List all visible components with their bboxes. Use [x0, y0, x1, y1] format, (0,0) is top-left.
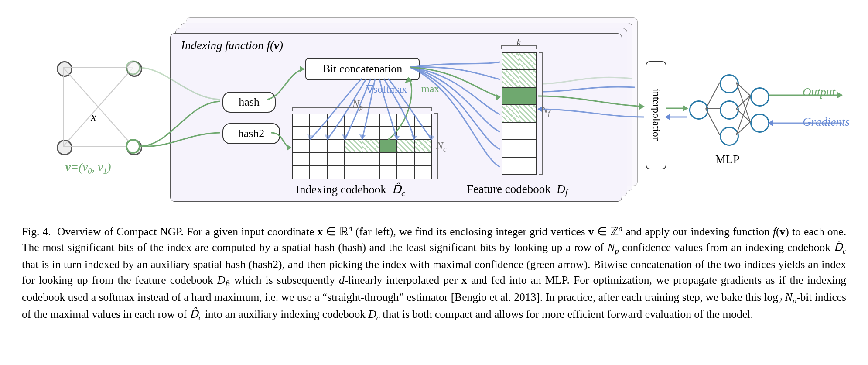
x-label: x	[91, 109, 96, 124]
indexing-codebook-label: Indexing codebook D̂c	[296, 182, 405, 198]
mlp-node-o1	[750, 87, 769, 107]
svg-marker-26	[837, 92, 843, 98]
Np-label: Np	[352, 98, 363, 112]
indexing-codebook-cell	[292, 114, 310, 127]
feature-codebook-cell	[519, 70, 537, 87]
indexing-codebook-cell	[414, 166, 432, 179]
svg-marker-13	[639, 103, 645, 110]
mlp-node-in	[689, 100, 708, 120]
feature-codebook-cell	[502, 157, 519, 175]
indexing-codebook-cell	[327, 127, 345, 140]
feature-codebook-cell	[519, 52, 537, 70]
indexing-codebook-cell	[310, 166, 327, 179]
figure-caption: Fig. 4. Overview of Compact NGP. For a g…	[22, 223, 846, 324]
feature-codebook-cell	[502, 52, 519, 70]
indexing-codebook-cell	[397, 114, 414, 127]
svg-line-17	[706, 83, 720, 109]
caption-text: Overview of Compact NGP. For a given inp…	[22, 225, 846, 321]
feature-codebook-cell	[519, 122, 537, 140]
max-label: max	[421, 83, 439, 95]
indexing-codebook-cell	[414, 153, 432, 166]
indexing-codebook-cell	[292, 140, 310, 153]
panel-title: Indexing function f(v)	[181, 39, 283, 52]
indexing-codebook-cell	[292, 127, 310, 140]
indexing-codebook-cell	[292, 166, 310, 179]
indexing-codebook-cell	[310, 127, 327, 140]
mlp-label: MLP	[715, 153, 740, 166]
indexing-codebook-cell	[327, 114, 345, 127]
indexing-codebook-cell	[397, 140, 414, 153]
indexing-codebook-cell	[362, 140, 379, 153]
indexing-codebook-cell	[379, 153, 397, 166]
feature-codebook-cell	[502, 70, 519, 87]
softmax-label: ∇softmax	[366, 83, 407, 95]
gradients-label: Gradients	[803, 115, 850, 129]
interpolation-box: interpolation	[646, 61, 666, 169]
k-label: k	[516, 37, 521, 48]
feature-codebook-cell	[502, 140, 519, 157]
indexing-codebook-cell	[327, 140, 345, 153]
feature-codebook-cell	[519, 140, 537, 157]
output-label: Output	[803, 86, 835, 99]
indexing-codebook-cell	[397, 153, 414, 166]
figure-page: Indexing function f(v) x v=(v0, v1) hash…	[0, 0, 868, 365]
hash2-box: hash2	[222, 123, 280, 144]
svg-marker-15	[683, 105, 688, 111]
indexing-codebook-cell	[397, 166, 414, 179]
grid-vertex-br	[126, 140, 142, 155]
figure-number: Fig. 4.	[22, 225, 51, 238]
svg-line-24	[736, 96, 750, 135]
indexing-codebook-cell	[327, 166, 345, 179]
indexing-codebook-cell	[345, 127, 362, 140]
indexing-codebook-cell	[310, 153, 327, 166]
figure-diagram: Indexing function f(v) x v=(v0, v1) hash…	[22, 9, 846, 218]
feature-codebook-cell	[502, 122, 519, 140]
feature-codebook-cell	[519, 87, 537, 105]
Nc-label: Nc	[436, 140, 446, 154]
indexing-codebook-cell	[414, 127, 432, 140]
feature-codebook-cell	[502, 105, 519, 122]
grid-vertex-tr	[126, 61, 142, 77]
feature-codebook	[502, 52, 537, 175]
panel-title-text: Indexing function f(v)	[181, 39, 283, 52]
feature-codebook-label: Feature codebook Df	[467, 182, 567, 198]
mlp-node-h3	[720, 127, 739, 146]
Nf-label: Nf	[541, 104, 550, 118]
bit-concatenation-box: Bit concatenation	[305, 58, 420, 80]
indexing-codebook-cell	[414, 140, 432, 153]
indexing-codebook-cell	[379, 114, 397, 127]
feature-codebook-cell	[519, 157, 537, 175]
indexing-codebook-cell	[397, 127, 414, 140]
mlp-node-o2	[750, 114, 769, 133]
indexing-codebook-cell	[292, 153, 310, 166]
indexing-codebook-cell	[379, 127, 397, 140]
hash-box: hash	[222, 92, 276, 113]
indexing-codebook-cell	[345, 166, 362, 179]
indexing-codebook-cell	[345, 153, 362, 166]
grid-vertex-bl	[57, 140, 72, 155]
mlp-node-h1	[720, 74, 739, 93]
indexing-codebook-cell	[362, 114, 379, 127]
indexing-codebook-cell	[345, 114, 362, 127]
indexing-codebook	[292, 114, 432, 179]
indexing-codebook-cell	[362, 166, 379, 179]
indexing-codebook-cell	[362, 127, 379, 140]
feature-codebook-cell	[502, 87, 519, 105]
svg-line-21	[736, 83, 750, 122]
indexing-codebook-cell	[379, 166, 397, 179]
indexing-codebook-cell	[345, 140, 362, 153]
mlp-node-h2	[720, 100, 739, 120]
grid-vertex-tl	[57, 61, 72, 77]
indexing-codebook-cell	[310, 140, 327, 153]
indexing-codebook-cell	[327, 153, 345, 166]
indexing-codebook-cell	[362, 153, 379, 166]
v-vertex-label: v=(v0, v1)	[65, 161, 111, 176]
feature-codebook-cell	[519, 105, 537, 122]
indexing-codebook-cell	[310, 114, 327, 127]
indexing-codebook-cell	[379, 140, 397, 153]
indexing-codebook-cell	[414, 114, 432, 127]
